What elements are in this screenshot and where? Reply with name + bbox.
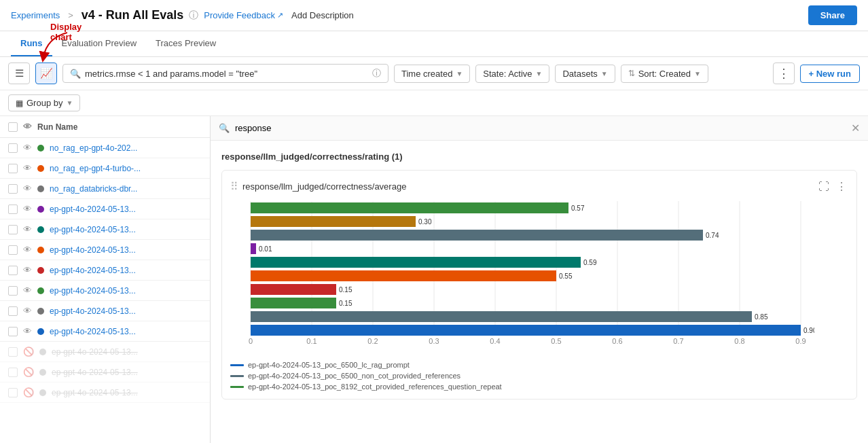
info-icon[interactable]: ⓘ bbox=[189, 10, 198, 22]
list-icon: ☰ bbox=[15, 67, 24, 79]
chart-legend: ep-gpt-4o-2024-05-13_poc_6500_lc_rag_pro… bbox=[230, 361, 848, 391]
row-checkbox[interactable] bbox=[8, 143, 18, 153]
table-row[interactable]: 👁 ep-gpt-4o-2024-05-13... bbox=[0, 281, 210, 301]
row-checkbox[interactable] bbox=[8, 164, 18, 173]
svg-text:0.74: 0.74 bbox=[706, 232, 719, 239]
table-row[interactable]: 👁 ep-gpt-4o-2024-05-13... bbox=[0, 321, 210, 342]
chart-icon: 📈 bbox=[40, 67, 53, 79]
table-row[interactable]: 👁 no_rag_ep-gpt-4o-202... bbox=[0, 138, 210, 158]
row-checkbox[interactable] bbox=[8, 327, 18, 336]
select-all-checkbox[interactable] bbox=[8, 122, 18, 132]
state-filter[interactable]: State: Active ▼ bbox=[475, 65, 549, 83]
chart-search-input[interactable] bbox=[235, 123, 846, 133]
run-name: ep-gpt-4o-2024-05-13... bbox=[52, 368, 202, 377]
drag-handle-icon[interactable]: ⠿ bbox=[230, 180, 238, 193]
chevron-down-icon: ▼ bbox=[66, 99, 73, 107]
hidden-icon[interactable]: 🚫 bbox=[23, 367, 34, 377]
chart-more-button[interactable]: ⋮ bbox=[835, 179, 848, 194]
table-row[interactable]: 🚫 ep-gpt-4o-2024-05-13... bbox=[0, 362, 210, 383]
run-color-dot bbox=[37, 308, 44, 315]
datasets-filter[interactable]: Datasets ▼ bbox=[555, 65, 615, 83]
run-name: ep-gpt-4o-2024-05-13... bbox=[50, 327, 202, 336]
info-icon-search[interactable]: ⓘ bbox=[372, 67, 381, 79]
run-name: ep-gpt-4o-2024-05-13... bbox=[50, 245, 202, 255]
visibility-icon[interactable]: 👁 bbox=[23, 224, 32, 234]
visibility-icon[interactable]: 👁 bbox=[23, 163, 32, 173]
time-created-filter[interactable]: Time created ▼ bbox=[394, 65, 470, 83]
tabs-bar: Runs Evaluation Preview Traces Preview bbox=[0, 31, 868, 57]
row-checkbox[interactable] bbox=[8, 184, 18, 194]
svg-text:0.2: 0.2 bbox=[367, 337, 378, 345]
chevron-down-icon: ▼ bbox=[456, 70, 463, 77]
chart-view-button[interactable]: 📈 bbox=[35, 63, 57, 84]
table-row[interactable]: 👁 ep-gpt-4o-2024-05-13... bbox=[0, 301, 210, 321]
page-title: v4 - Run All Evals bbox=[82, 8, 183, 22]
runs-panel: 👁 Run Name 👁 no_rag_ep-gpt-4o-202... 👁 n… bbox=[0, 116, 211, 443]
svg-rect-20 bbox=[251, 270, 556, 281]
row-checkbox[interactable] bbox=[8, 245, 18, 255]
svg-rect-28 bbox=[251, 325, 801, 336]
table-row[interactable]: 👁 ep-gpt-4o-2024-05-13... bbox=[0, 199, 210, 219]
tab-traces-preview[interactable]: Traces Preview bbox=[146, 31, 225, 56]
feedback-link[interactable]: Provide Feedback ↗ bbox=[204, 10, 283, 20]
hidden-icon[interactable]: 🚫 bbox=[23, 347, 34, 357]
visibility-icon[interactable]: 👁 bbox=[23, 245, 32, 255]
table-row[interactable]: 👁 ep-gpt-4o-2024-05-13... bbox=[0, 219, 210, 240]
visibility-icon[interactable]: 👁 bbox=[23, 183, 32, 194]
chart-actions: ⛶ ⋮ bbox=[817, 179, 848, 194]
tab-evaluation-preview[interactable]: Evaluation Preview bbox=[52, 31, 147, 56]
chart-panel: 🔍 ✕ response/llm_judged/correctness/rati… bbox=[211, 116, 868, 443]
main-content: 👁 Run Name 👁 no_rag_ep-gpt-4o-202... 👁 n… bbox=[0, 116, 868, 443]
svg-rect-10 bbox=[251, 202, 568, 213]
more-options-button[interactable]: ⋮ bbox=[773, 63, 795, 84]
table-row[interactable]: 👁 ep-gpt-4o-2024-05-13... bbox=[0, 240, 210, 260]
visibility-icon[interactable]: 👁 bbox=[23, 265, 32, 275]
group-by-button[interactable]: ▦ Group by ▼ bbox=[8, 94, 80, 111]
chart-title-row: ⠿ response/llm_judged/correctness/averag… bbox=[230, 180, 406, 193]
table-row[interactable]: 👁 no_rag_databricks-dbr... bbox=[0, 179, 210, 199]
add-description-link[interactable]: Add Description bbox=[291, 10, 354, 20]
run-color-dot bbox=[37, 267, 44, 274]
table-row[interactable]: 👁 ep-gpt-4o-2024-05-13... bbox=[0, 260, 210, 281]
list-view-button[interactable]: ☰ bbox=[8, 63, 30, 84]
breadcrumb-experiments[interactable]: Experiments bbox=[11, 10, 60, 20]
svg-rect-22 bbox=[251, 284, 336, 295]
svg-text:0.9: 0.9 bbox=[795, 337, 806, 345]
run-name-header: Run Name bbox=[37, 122, 77, 132]
svg-text:0.01: 0.01 bbox=[259, 245, 272, 253]
sort-filter[interactable]: ⇅ Sort: Created ▼ bbox=[621, 65, 708, 83]
row-checkbox[interactable] bbox=[8, 225, 18, 234]
svg-text:0.90: 0.90 bbox=[803, 327, 814, 334]
row-checkbox[interactable] bbox=[8, 306, 18, 316]
row-checkbox[interactable] bbox=[8, 388, 18, 397]
share-button[interactable]: Share bbox=[808, 5, 857, 25]
bar-chart-svg: 0.57 0.30 0.74 0.01 0.59 bbox=[230, 201, 814, 351]
hidden-icon[interactable]: 🚫 bbox=[23, 387, 34, 397]
svg-rect-26 bbox=[251, 311, 752, 322]
table-row[interactable]: 👁 no_rag_ep-gpt-4-turbo-... bbox=[0, 158, 210, 179]
row-checkbox[interactable] bbox=[8, 368, 18, 377]
svg-text:0.5: 0.5 bbox=[551, 337, 561, 345]
row-checkbox[interactable] bbox=[8, 286, 18, 296]
visibility-icon[interactable]: 👁 bbox=[23, 326, 32, 336]
visibility-icon[interactable]: 👁 bbox=[23, 306, 32, 316]
run-color-dot bbox=[37, 287, 44, 294]
chevron-down-icon: ▼ bbox=[536, 70, 543, 77]
row-checkbox[interactable] bbox=[8, 266, 18, 275]
search-input[interactable] bbox=[85, 69, 368, 79]
sort-icon: ⇅ bbox=[628, 69, 635, 78]
visibility-icon[interactable]: 👁 bbox=[23, 285, 32, 296]
table-row[interactable]: 🚫 ep-gpt-4o-2024-05-13... bbox=[0, 342, 210, 362]
table-row[interactable]: 🚫 ep-gpt-4o-2024-05-13... bbox=[0, 383, 210, 403]
run-name: no_rag_databricks-dbr... bbox=[50, 184, 202, 194]
row-checkbox[interactable] bbox=[8, 347, 18, 357]
run-name: ep-gpt-4o-2024-05-13... bbox=[50, 266, 202, 275]
visibility-icon[interactable]: 👁 bbox=[23, 204, 32, 214]
clear-search-button[interactable]: ✕ bbox=[851, 122, 860, 135]
new-run-button[interactable]: + New run bbox=[800, 65, 861, 83]
row-checkbox[interactable] bbox=[8, 205, 18, 214]
tab-runs[interactable]: Runs bbox=[11, 31, 52, 56]
fullscreen-button[interactable]: ⛶ bbox=[817, 179, 831, 194]
visibility-icon[interactable]: 👁 bbox=[23, 143, 32, 153]
legend-item: ep-gpt-4o-2024-05-13_poc_6500_non_cot_pr… bbox=[230, 372, 848, 380]
